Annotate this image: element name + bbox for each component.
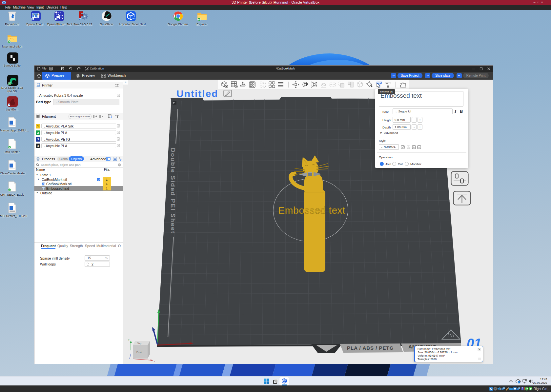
svg-text:Double Sided PEI Sheet: Double Sided PEI Sheet: [170, 148, 176, 234]
svg-text:x: x: [154, 360, 155, 363]
svg-text:Top: Top: [137, 342, 141, 345]
svg-text:i: i: [519, 381, 519, 383]
svg-text:PLA / ABS / PETG: PLA / ABS / PETG: [347, 345, 394, 351]
svg-text:NEXT: NEXT: [133, 18, 136, 19]
svg-text:Embossed text: Embossed text: [278, 205, 345, 216]
svg-text:y: y: [128, 339, 130, 341]
svg-text:Front: Front: [136, 351, 142, 354]
